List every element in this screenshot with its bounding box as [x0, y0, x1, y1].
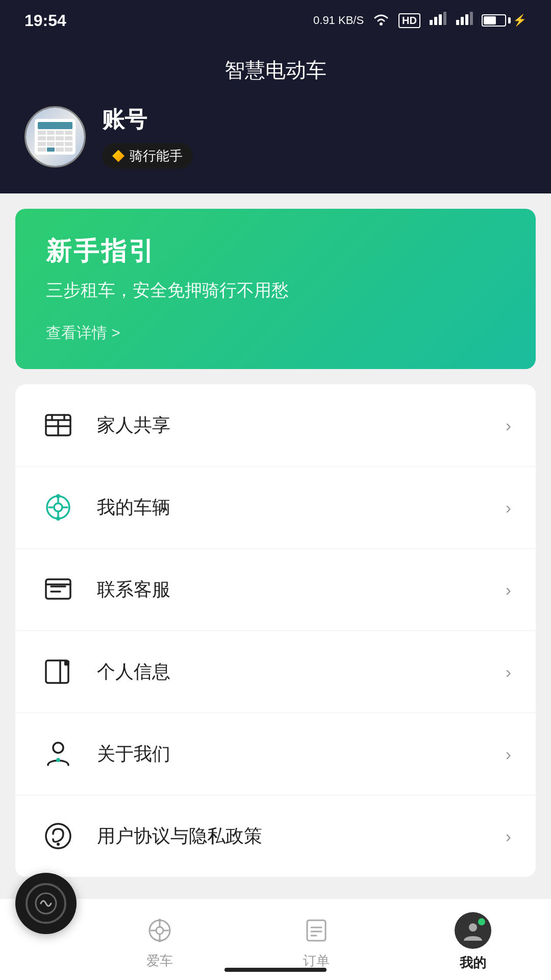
svg-rect-8	[470, 12, 473, 25]
arrow-icon-my-vehicle: ›	[506, 498, 511, 518]
nav-label-order: 订单	[303, 952, 330, 970]
svg-rect-3	[439, 14, 442, 25]
menu-item-contact-service[interactable]: 联系客服 ›	[15, 549, 536, 631]
svg-rect-6	[461, 17, 464, 25]
signal-icon-2	[455, 12, 473, 30]
nav-icon-order	[300, 914, 333, 947]
menu-label-about-us: 关于我们	[97, 742, 506, 767]
svg-point-27	[56, 758, 60, 762]
menu-label-contact-service: 联系客服	[97, 577, 506, 602]
status-bar: 19:54 0.91 KB/S HD	[0, 0, 551, 41]
policy-icon	[40, 818, 77, 854]
wifi-icon	[372, 12, 390, 30]
app-title: 智慧电动车	[224, 59, 327, 81]
user-badge: 骑行能手	[102, 143, 193, 169]
badge-label: 骑行能手	[130, 147, 183, 165]
menu-label-family-share: 家人共享	[97, 413, 506, 438]
guide-banner[interactable]: 新手指引 三步租车，安全免押骑行不用愁 查看详情 >	[15, 209, 536, 369]
float-button[interactable]	[15, 873, 77, 934]
svg-rect-5	[456, 20, 459, 25]
arrow-icon-about-us: ›	[506, 744, 511, 764]
status-time: 19:54	[24, 11, 66, 30]
svg-point-26	[53, 743, 63, 753]
network-speed: 0.91 KB/S	[313, 14, 364, 27]
family-share-icon	[40, 407, 77, 444]
arrow-icon-contact-service: ›	[506, 580, 511, 600]
svg-rect-7	[465, 14, 468, 25]
svg-rect-4	[443, 12, 446, 25]
svg-point-16	[54, 503, 62, 511]
about-icon	[40, 736, 77, 772]
menu-item-about-us[interactable]: 关于我们 ›	[15, 713, 536, 795]
menu-label-personal-info: 个人信息	[97, 659, 506, 684]
svg-rect-2	[434, 17, 437, 25]
personal-icon	[40, 653, 77, 690]
home-indicator	[224, 968, 327, 972]
svg-point-29	[57, 843, 60, 846]
svg-rect-25	[64, 660, 69, 666]
profile-section[interactable]: 账号 骑行能手	[0, 105, 551, 193]
hd-badge: HD	[398, 13, 420, 28]
arrow-icon-personal-info: ›	[506, 662, 511, 682]
menu-label-privacy-policy: 用户协议与隐私政策	[97, 824, 506, 849]
avatar[interactable]	[24, 106, 86, 167]
guide-title: 新手指引	[46, 234, 505, 268]
svg-rect-19	[46, 579, 70, 599]
diamond-icon	[112, 150, 124, 162]
nav-item-my[interactable]: 我的	[394, 907, 551, 972]
nav-my-icon	[455, 912, 491, 949]
svg-point-32	[156, 927, 163, 934]
nav-icon-ai-car	[143, 914, 176, 947]
guide-link[interactable]: 查看详情 >	[46, 323, 505, 344]
app-header: 智慧电动车	[0, 41, 551, 105]
signal-icon-1	[429, 12, 447, 30]
service-icon	[40, 571, 77, 608]
nav-label-ai-car: 爱车	[146, 952, 173, 970]
nav-item-ai-car[interactable]: 爱车	[82, 909, 238, 970]
menu-item-my-vehicle[interactable]: 我的车辆 ›	[15, 467, 536, 549]
menu-item-privacy-policy[interactable]: 用户协议与隐私政策 ›	[15, 795, 536, 877]
arrow-icon-privacy-policy: ›	[506, 826, 511, 846]
charging-icon: ⚡	[513, 14, 527, 27]
status-icons: 0.91 KB/S HD	[313, 12, 527, 30]
nav-label-my: 我的	[460, 954, 486, 972]
menu-card: 家人共享 › 我的车辆 ›	[15, 384, 536, 877]
svg-point-39	[469, 923, 477, 932]
battery-icon: ⚡	[482, 14, 527, 27]
guide-subtitle: 三步租车，安全免押骑行不用愁	[46, 279, 505, 302]
svg-rect-1	[430, 20, 433, 25]
profile-info: 账号 骑行能手	[102, 105, 193, 169]
arrow-icon-family-share: ›	[506, 415, 511, 435]
svg-rect-35	[307, 920, 325, 941]
svg-point-0	[380, 22, 383, 26]
main-content: 新手指引 三步租车，安全免押骑行不用愁 查看详情 > 家人共享 ›	[0, 193, 551, 877]
menu-item-personal-info[interactable]: 个人信息 ›	[15, 631, 536, 713]
menu-item-family-share[interactable]: 家人共享 ›	[15, 384, 536, 467]
menu-label-my-vehicle: 我的车辆	[97, 495, 506, 520]
vehicle-icon	[40, 489, 77, 526]
nav-item-order[interactable]: 订单	[238, 909, 395, 970]
profile-name: 账号	[102, 105, 193, 135]
nav-dot-indicator	[478, 918, 485, 925]
